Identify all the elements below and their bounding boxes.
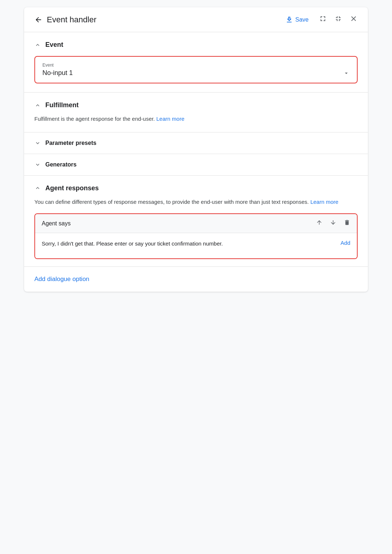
- agent-responses-learn-more[interactable]: Learn more: [310, 199, 339, 205]
- agent-responses-section: Agent responses You can define different…: [24, 176, 368, 267]
- fulfillment-learn-more[interactable]: Learn more: [157, 116, 185, 122]
- agent-card-body: Sorry, I didn't get that. Please enter o…: [35, 233, 357, 258]
- parameter-presets-collapse-icon[interactable]: [34, 140, 41, 146]
- close-icon: [350, 15, 358, 23]
- event-handler-panel: Event handler Save: [24, 7, 368, 292]
- agent-card-title: Agent says: [42, 220, 309, 227]
- fullscreen-button[interactable]: [319, 15, 327, 25]
- header: Event handler Save: [24, 7, 368, 32]
- generators-collapse-icon[interactable]: [34, 161, 41, 168]
- event-section: Event Event No-input 1: [24, 32, 368, 93]
- shrink-button[interactable]: [334, 15, 342, 25]
- arrow-up-icon: [316, 219, 323, 226]
- agent-responses-collapse-icon[interactable]: [34, 185, 41, 191]
- agent-responses-header: Agent responses: [34, 184, 358, 192]
- agent-says-card: Agent says Sorry, I: [34, 213, 358, 259]
- fulfillment-section-header: Fulfillment: [34, 101, 358, 109]
- event-field-label: Event: [42, 63, 350, 68]
- parameter-presets-section: Parameter presets: [24, 132, 368, 154]
- agent-card-move-up-button[interactable]: [316, 219, 323, 228]
- agent-responses-title: Agent responses: [45, 184, 99, 192]
- event-dropdown-container: Event No-input 1: [34, 56, 358, 83]
- header-actions: [319, 15, 358, 25]
- parameter-presets-title: Parameter presets: [45, 140, 97, 146]
- page-title: Event handler: [47, 15, 281, 25]
- trash-icon: [344, 219, 350, 226]
- fulfillment-collapse-icon[interactable]: [34, 102, 41, 109]
- fulfillment-description: Fulfillment is the agent response for th…: [34, 115, 358, 123]
- generators-section: Generators: [24, 154, 368, 176]
- fulfillment-section-title: Fulfillment: [45, 101, 79, 109]
- arrow-down-icon: [330, 219, 336, 226]
- save-button[interactable]: Save: [285, 16, 309, 24]
- event-dropdown-arrow[interactable]: [343, 70, 350, 76]
- save-icon: [285, 16, 293, 24]
- fullscreen-icon: [319, 15, 327, 23]
- event-field-value: No-input 1: [42, 69, 73, 77]
- fulfillment-section: Fulfillment Fulfillment is the agent res…: [24, 93, 368, 132]
- event-collapse-icon[interactable]: [34, 42, 41, 48]
- event-section-title: Event: [45, 41, 63, 49]
- event-select-row: No-input 1: [42, 69, 350, 77]
- close-button[interactable]: [350, 15, 358, 25]
- back-button[interactable]: [34, 16, 42, 24]
- event-section-header: Event: [34, 41, 358, 49]
- agent-card-header: Agent says: [35, 214, 357, 233]
- back-icon: [34, 16, 42, 24]
- agent-responses-description: You can define different types of respon…: [34, 198, 358, 206]
- agent-card-add-button[interactable]: Add: [340, 240, 350, 246]
- agent-card-message: Sorry, I didn't get that. Please enter o…: [42, 240, 335, 248]
- agent-card-move-down-button[interactable]: [330, 219, 336, 228]
- add-dialogue-button[interactable]: Add dialogue option: [34, 276, 89, 283]
- generators-title: Generators: [45, 161, 76, 168]
- agent-card-delete-button[interactable]: [344, 219, 350, 228]
- save-label: Save: [295, 16, 309, 23]
- add-dialogue-section: Add dialogue option: [24, 267, 368, 292]
- shrink-icon: [334, 15, 342, 23]
